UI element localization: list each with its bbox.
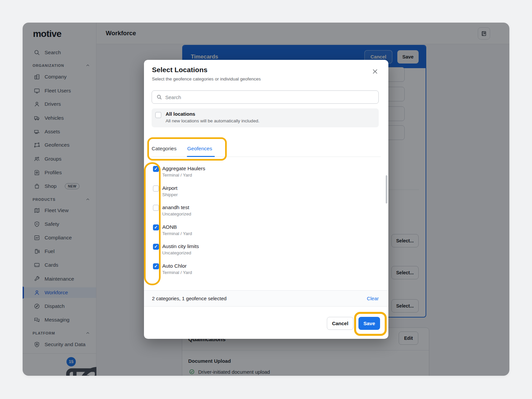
geofence-checkbox[interactable]: ✓ [153, 263, 159, 269]
geofence-name: Airport [162, 185, 178, 191]
geofence-name: AONB [162, 224, 177, 230]
geofence-checkbox[interactable]: ✓ [153, 186, 159, 192]
geofence-category: Terminal / Yard [162, 173, 192, 178]
geofence-row[interactable]: ✓ Airport Shipper [144, 185, 377, 201]
geofence-search-box [152, 90, 379, 104]
geofence-name: anandh test [162, 204, 189, 210]
geofence-row[interactable]: ✓ Austin city limits Uncategorized [144, 243, 377, 259]
geofence-checkbox[interactable]: ✓ [153, 244, 159, 250]
geofence-checkbox[interactable]: ✓ [153, 224, 159, 230]
geofence-category: Terminal / Yard [162, 270, 192, 275]
all-locations-description: All new locations will be automatically … [166, 118, 259, 123]
geofence-category: Shipper [162, 192, 178, 197]
geofence-row[interactable]: ✓ AONB Terminal / Yard [144, 224, 377, 240]
select-locations-modal: Select Locations Select the geofence cat… [144, 60, 388, 339]
geofence-category: Uncategorized [162, 211, 191, 216]
all-locations-checkbox[interactable]: ✓ [155, 112, 161, 118]
modal-list-scrollbar[interactable] [386, 175, 387, 203]
geofence-row[interactable]: ✓ anandh test Uncategorized [144, 204, 377, 220]
close-icon[interactable] [371, 68, 379, 75]
geofence-category: Terminal / Yard [162, 231, 192, 236]
modal-title: Select Locations [152, 66, 207, 74]
selection-summary-bar: 2 categories, 1 geofence selected Clear [144, 290, 388, 307]
geofence-checkbox[interactable]: ✓ [153, 205, 159, 211]
modal-subtitle: Select the geofence categories or indivi… [152, 76, 261, 81]
magnifier-icon [156, 94, 162, 100]
geofence-name: Aggregate Haulers [162, 166, 205, 172]
active-tab-underline [187, 156, 215, 157]
geofence-row[interactable]: ✓ Aggregate Haulers Terminal / Yard [144, 166, 377, 182]
clear-link[interactable]: Clear [367, 296, 379, 301]
geofence-name: Auto Chlor [162, 263, 187, 269]
geofence-search-input[interactable] [165, 91, 375, 103]
selection-summary: 2 categories, 1 geofence selected [152, 296, 226, 301]
modal-save-button[interactable]: Save [358, 317, 380, 330]
geofence-name: Austin city limits [162, 243, 199, 249]
modal-cancel-button[interactable]: Cancel [327, 317, 353, 330]
tab-geofences[interactable]: Geofences [187, 146, 212, 152]
geofence-category: Uncategorized [162, 250, 191, 255]
geofence-row[interactable]: ✓ Auto Chlor Terminal / Yard [144, 263, 377, 279]
modal-tabs: Categories Geofences [152, 143, 381, 157]
screen: motive Search ORGANIZATION Company Fleet… [0, 0, 532, 399]
geofence-checkbox[interactable]: ✓ [153, 166, 159, 172]
all-locations-option[interactable]: ✓ All locations All new locations will b… [152, 108, 379, 127]
all-locations-label: All locations [166, 111, 195, 117]
tab-categories[interactable]: Categories [152, 146, 177, 152]
